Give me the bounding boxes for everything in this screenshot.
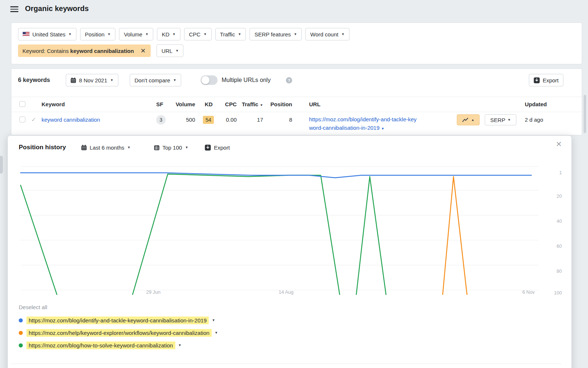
close-icon[interactable]: ✕: [556, 140, 562, 148]
row-checkbox[interactable]: [19, 117, 25, 122]
chevron-down-icon: ▼: [110, 79, 114, 82]
top-100-dropdown[interactable]: Top 100 ▼: [154, 144, 188, 151]
filter-url[interactable]: URL▼: [157, 44, 183, 57]
series-dot-blue: [19, 318, 23, 322]
position-history-button[interactable]: ▲: [457, 114, 480, 125]
export-button[interactable]: Export: [529, 74, 563, 86]
download-icon: [205, 144, 211, 151]
filter-volume[interactable]: Volume▼: [119, 28, 153, 40]
keyword-link[interactable]: keyword cannibalization: [42, 116, 100, 124]
history-range-dropdown[interactable]: Last 6 months ▼: [81, 144, 130, 151]
help-icon[interactable]: ?: [286, 77, 292, 83]
updated-value: 2 d ago: [525, 116, 543, 124]
url-link[interactable]: https://moz.com/blog/identify-and-tackle…: [309, 116, 417, 131]
legend-url: https://moz.com/blog/identify-and-tackle…: [26, 317, 209, 324]
sort-desc-icon: ▼: [260, 103, 263, 107]
legend-item[interactable]: https://moz.com/blog/identify-and-tackle…: [19, 316, 215, 325]
col-updated: Updated: [525, 97, 547, 112]
svg-text:20: 20: [557, 193, 562, 199]
select-all-checkbox[interactable]: [19, 101, 25, 107]
download-icon: [534, 77, 540, 83]
svg-text:1: 1: [559, 170, 562, 175]
multiple-urls-label: Multiple URLs only: [222, 74, 270, 86]
svg-text:40: 40: [557, 218, 562, 224]
keyword-filter-chip[interactable]: Keyword: Contains keyword cannibalizatio…: [18, 44, 151, 57]
col-position: Position: [268, 97, 292, 112]
chevron-down-icon: ▼: [294, 33, 297, 36]
chevron-down-icon: ▼: [178, 344, 182, 347]
volume-value: 500: [168, 116, 195, 124]
legend-item[interactable]: https://moz.com/blog/how-to-solve-keywor…: [19, 341, 182, 350]
panel-export-button[interactable]: Export: [205, 144, 230, 151]
table-row: ✓ keyword cannibalization 3 500 54 0.00 …: [11, 111, 582, 136]
svg-text:100: 100: [554, 290, 562, 296]
filter-kd[interactable]: KD▼: [157, 28, 180, 40]
cpc-value: 0.00: [215, 116, 237, 124]
chevron-down-icon: ▼: [172, 33, 176, 36]
rank-check-icon: ✓: [31, 116, 36, 124]
kd-badge: 54: [203, 116, 214, 124]
filters-card: United States ▼ Position▼ Volume▼ KD▼ CP…: [11, 22, 582, 64]
svg-text:80: 80: [557, 268, 562, 274]
toggle-knob: [201, 76, 209, 84]
svg-text:60: 60: [557, 243, 562, 249]
filter-serp-features[interactable]: SERP features▼: [250, 28, 302, 40]
filter-word-count[interactable]: Word count▼: [305, 28, 349, 40]
menu-icon[interactable]: [10, 6, 18, 12]
url-cell: https://moz.com/blog/identify-and-tackle…: [309, 115, 417, 132]
chevron-down-icon: ▼: [215, 331, 218, 335]
serp-features-badge: 3: [156, 115, 166, 125]
position-history-chart: 12040608010029 Jun14 Aug6 Nov: [8, 157, 572, 304]
series-dot-green: [19, 343, 23, 347]
keyword-filter-value: keyword cannibalization: [70, 48, 134, 54]
chevron-down-icon: ▼: [145, 33, 148, 36]
left-edge-scrollbar[interactable]: [0, 156, 3, 174]
col-traffic[interactable]: Traffic ▼: [241, 97, 263, 112]
panel-footer-divider: [11, 364, 561, 364]
position-history-panel: Position history Last 6 months ▼ Top 100…: [7, 135, 572, 368]
remove-filter-icon[interactable]: ✕: [135, 44, 151, 57]
filter-cpc[interactable]: CPC▼: [184, 28, 212, 40]
filter-country-label: United States: [32, 31, 65, 37]
col-sf: SF: [156, 97, 163, 112]
col-kd: KD: [205, 97, 213, 112]
series-dot-orange: [19, 331, 23, 335]
filter-country[interactable]: United States ▼: [18, 28, 76, 40]
chevron-down-icon: ▼: [212, 319, 215, 322]
chevron-down-icon: ▼: [173, 79, 176, 82]
svg-text:29 Jun: 29 Jun: [146, 289, 161, 295]
serp-dropdown-button[interactable]: SERP▼: [485, 114, 516, 125]
chevron-down-icon: ▼: [508, 118, 511, 122]
filter-traffic[interactable]: Traffic▼: [215, 28, 246, 40]
svg-text:6 Nov: 6 Nov: [522, 289, 535, 295]
chevron-down-icon: ▼: [204, 33, 207, 36]
chevron-down-icon: ▼: [381, 127, 384, 131]
chevron-down-icon: ▼: [341, 33, 345, 36]
compare-dropdown[interactable]: Don't compare▼: [130, 74, 181, 86]
filter-position[interactable]: Position▼: [80, 28, 115, 40]
calendar-icon: [71, 78, 76, 83]
svg-text:14 Aug: 14 Aug: [279, 289, 294, 295]
table-header-row: Keyword SF Volume KD CPC Traffic ▼ Posit…: [11, 97, 582, 112]
vertical-scrollbar-thumb[interactable]: [584, 95, 586, 133]
traffic-value: 17: [241, 116, 263, 124]
col-volume: Volume: [168, 97, 195, 112]
chevron-down-icon: ▼: [238, 33, 241, 36]
table-grid-icon: [154, 145, 159, 150]
chevron-down-icon: ▼: [127, 146, 130, 149]
legend-url: https://moz.com/help/keyword-explorer/wo…: [26, 329, 212, 337]
keywords-table-card: 6 keywords 8 Nov 2021 ▼ Don't compare▼ M…: [11, 68, 582, 135]
multiple-urls-toggle[interactable]: [201, 75, 218, 85]
us-flag-icon: [23, 32, 29, 36]
date-picker-value: 8 Nov 2021: [79, 77, 107, 83]
panel-title: Position history: [19, 144, 66, 151]
chevron-down-icon: ▼: [68, 33, 72, 36]
col-keyword: Keyword: [42, 97, 65, 112]
chevron-up-icon: ▲: [471, 118, 474, 122]
legend-item[interactable]: https://moz.com/help/keyword-explorer/wo…: [19, 328, 218, 337]
deselect-all-link[interactable]: Deselect all: [19, 304, 47, 310]
date-picker-button[interactable]: 8 Nov 2021 ▼: [66, 74, 118, 86]
chevron-down-icon: ▼: [175, 49, 179, 53]
trend-chart-icon: [462, 117, 469, 123]
chevron-down-icon: ▼: [185, 146, 188, 149]
